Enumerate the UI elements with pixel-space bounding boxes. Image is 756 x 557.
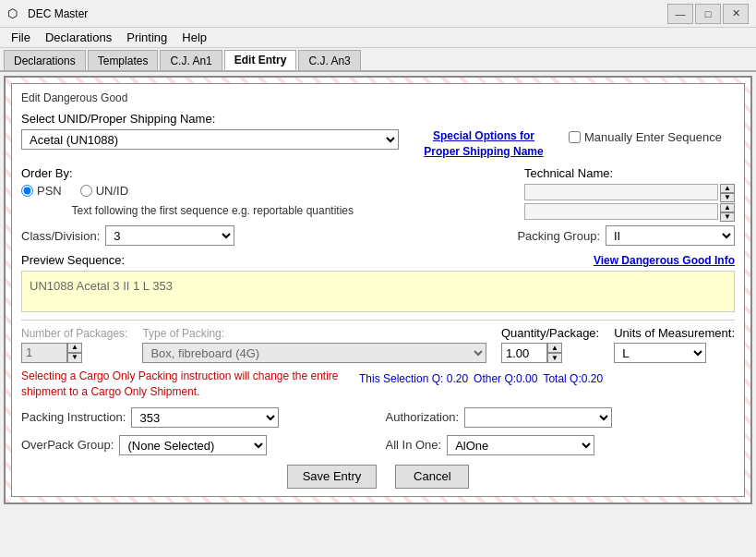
packages-row: Number of Packages: ▲ ▼ Type of Packing:… — [21, 326, 735, 363]
tech-name-up-1[interactable]: ▲ — [720, 184, 735, 193]
class-division-label: Class/Division: — [21, 229, 100, 243]
quantity-btns: ▲ ▼ — [547, 343, 562, 363]
all-in-one-group: All In One: AlOne — [386, 435, 736, 455]
num-packages-up[interactable]: ▲ — [67, 343, 82, 353]
manually-enter-checkbox[interactable] — [569, 131, 581, 143]
quantity-down[interactable]: ▼ — [547, 353, 562, 363]
type-packing-select[interactable]: Box, fibreboard (4G) — [142, 343, 486, 363]
units-select[interactable]: L — [614, 343, 706, 363]
button-row: Save Entry Cancel — [21, 465, 735, 489]
tab-cj-an3[interactable]: C.J. An3 — [298, 50, 360, 70]
all-in-one-label: All In One: — [386, 438, 442, 452]
packing-group-label: Packing Group: — [517, 229, 600, 243]
selection-info-group: This Selection Q: 0.20 Other Q:0.00 Tota… — [359, 369, 603, 385]
maximize-button[interactable]: □ — [695, 4, 721, 24]
order-by-group: Order By: PSN UN/ID Text following the f… — [21, 166, 513, 219]
menu-declarations[interactable]: Declarations — [38, 29, 119, 46]
overpack-group: OverPack Group: (None Selected) — [21, 435, 371, 455]
app-title: DEC Master — [28, 7, 667, 20]
packing-group-select[interactable]: II — [606, 225, 735, 246]
class-division-group: Class/Division: 3 — [21, 225, 506, 246]
psn-radio[interactable] — [21, 185, 33, 197]
quantity-spinner: ▲ ▼ — [501, 343, 599, 363]
cancel-button[interactable]: Cancel — [395, 465, 469, 489]
type-packing-label: Type of Packing: — [142, 327, 486, 340]
main-window: Edit Dangerous Good Select UNID/Proper S… — [4, 76, 752, 504]
tech-name-down-2[interactable]: ▼ — [720, 212, 735, 222]
tech-name-spinners-1: ▲ ▼ — [720, 184, 735, 200]
title-bar: ⬡ DEC Master — □ ✕ — [0, 0, 756, 28]
form-panel: Edit Dangerous Good Select UNID/Proper S… — [11, 83, 745, 497]
psn-radio-label[interactable]: PSN — [21, 184, 62, 198]
tab-edit-entry[interactable]: Edit Entry — [224, 50, 297, 70]
unid-select[interactable]: Acetal (UN1088) — [21, 129, 399, 150]
menu-help[interactable]: Help — [174, 29, 214, 46]
preview-sequence-area: UN1088 Acetal 3 II 1 L 353 — [21, 271, 735, 312]
num-packages-input[interactable] — [21, 343, 67, 363]
units-label: Units of Measurement: — [614, 326, 735, 340]
unid-radio-label[interactable]: UN/ID — [80, 184, 128, 198]
technical-name-group: Technical Name: ▲ ▼ ▲ ▼ — [524, 166, 735, 220]
manually-enter-label: Manually Enter Sequence — [584, 130, 722, 144]
menu-file[interactable]: File — [4, 29, 38, 46]
preview-header-row: Preview Sequence: View Dangerous Good In… — [21, 253, 735, 267]
num-packages-label: Number of Packages: — [21, 327, 127, 340]
order-by-label: Order By: — [21, 166, 513, 180]
unid-label: UN/ID — [96, 184, 128, 198]
tech-name-row-1: ▲ ▼ — [524, 184, 735, 200]
tech-name-inputs: ▲ ▼ ▲ ▼ — [524, 184, 735, 220]
tab-templates[interactable]: Templates — [88, 50, 159, 70]
tech-name-input-1[interactable] — [524, 184, 718, 200]
special-options-link[interactable]: Special Options for Proper Shipping Name — [424, 129, 543, 158]
num-packages-spinner: ▲ ▼ — [21, 343, 127, 363]
num-packages-down[interactable]: ▼ — [67, 353, 82, 363]
quantity-input[interactable] — [501, 343, 547, 363]
warning-row: Selecting a Cargo Only Packing instructi… — [21, 369, 735, 400]
authorization-group: Authorization: — [386, 407, 736, 428]
select-unid-label: Select UNID/Proper Shipping Name: — [21, 112, 399, 126]
selection-q: This Selection Q: 0.20 — [359, 372, 468, 385]
save-button[interactable]: Save Entry — [287, 465, 378, 489]
tab-bar: Declarations Templates C.J. An1 Edit Ent… — [0, 48, 756, 72]
select-unid-group: Select UNID/Proper Shipping Name: Acetal… — [21, 112, 399, 150]
num-packages-btns: ▲ ▼ — [67, 343, 82, 363]
other-q: Other Q:0.00 — [474, 372, 537, 385]
app-icon: ⬡ — [7, 6, 22, 21]
quantity-group: Quantity/Package: ▲ ▼ — [501, 326, 599, 363]
all-in-one-select[interactable]: AlOne — [447, 435, 594, 455]
order-by-radio-group: PSN UN/ID — [21, 184, 513, 198]
cargo-warning-text: Selecting a Cargo Only Packing instructi… — [21, 369, 344, 400]
tab-declarations[interactable]: Declarations — [4, 50, 86, 70]
overpack-allinone-row: OverPack Group: (None Selected) All In O… — [21, 435, 735, 455]
tech-name-up-2[interactable]: ▲ — [720, 203, 735, 212]
minimize-button[interactable]: — — [667, 4, 693, 24]
special-options-group: Special Options for Proper Shipping Name — [410, 112, 558, 159]
quantity-up[interactable]: ▲ — [547, 343, 562, 353]
packing-instruction-select[interactable]: 353 — [131, 407, 279, 428]
manually-enter-group: Manually Enter Sequence — [569, 112, 735, 144]
packing-instruction-group: Packing Instruction: 353 — [21, 407, 371, 428]
packing-instruction-label: Packing Instruction: — [21, 410, 126, 424]
preview-sequence-text: UN1088 Acetal 3 II 1 L 353 — [30, 279, 173, 293]
class-division-select[interactable]: 3 — [105, 225, 234, 246]
tech-name-down-1[interactable]: ▼ — [720, 193, 735, 202]
text-following-label: Text following the first sequence e.g. r… — [21, 203, 354, 219]
preview-seq-label: Preview Sequence: — [21, 253, 125, 267]
authorization-select[interactable] — [464, 407, 612, 428]
authorization-label: Authorization: — [386, 410, 460, 424]
packing-group-outer: Packing Group: II — [517, 225, 735, 246]
window-controls: — □ ✕ — [667, 4, 749, 24]
total-q: Total Q:0.20 — [543, 372, 603, 385]
psn-label: PSN — [37, 184, 62, 198]
menu-printing[interactable]: Printing — [119, 29, 174, 46]
menu-bar: File Declarations Printing Help — [0, 28, 756, 48]
unid-radio[interactable] — [80, 185, 92, 197]
technical-name-label: Technical Name: — [524, 166, 735, 180]
view-dg-link[interactable]: View Dangerous Good Info — [594, 254, 735, 267]
divider — [21, 320, 735, 321]
close-button[interactable]: ✕ — [723, 4, 749, 24]
tab-cj-an1[interactable]: C.J. An1 — [160, 50, 222, 70]
overpack-group-select[interactable]: (None Selected) — [119, 435, 267, 455]
tech-name-input-2[interactable] — [524, 203, 718, 220]
type-packing-group: Type of Packing: Box, fibreboard (4G) — [142, 327, 486, 363]
